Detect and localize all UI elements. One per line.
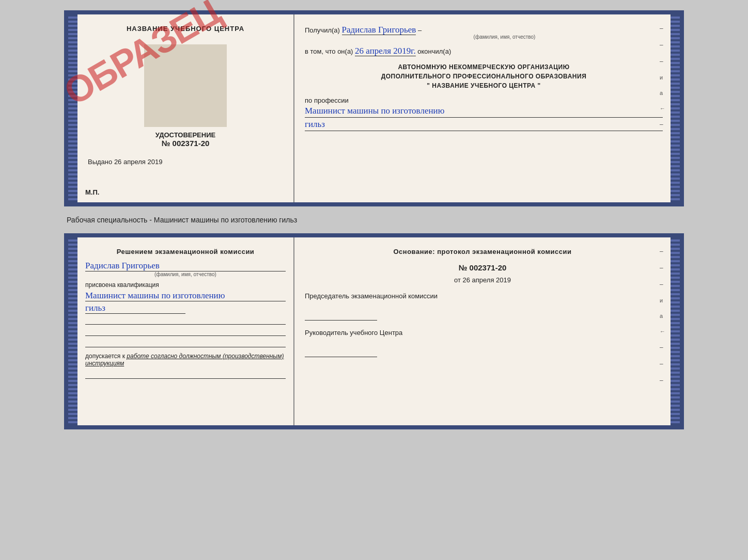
prisvoena-label: присвоена квалификация <box>85 281 286 289</box>
blank-line-1 <box>85 315 286 325</box>
profession-handwritten-2: гильз <box>305 119 663 131</box>
dash-4: и <box>660 74 665 81</box>
vtom-label: в том, что он(а) <box>305 47 353 55</box>
bottom-doc-right-spine <box>671 237 680 425</box>
komissia-title: Решением экзаменационной комиссии <box>85 248 286 255</box>
udostoverenie-label: УДОСТОВЕРЕНИЕ <box>85 131 286 139</box>
dash-7: – <box>660 121 665 128</box>
vtom-row: в том, что он(а) 26 апреля 2019г. окончи… <box>305 46 663 56</box>
qualification-line-1: Машинист машины по изготовлению <box>85 291 286 301</box>
bottom-doc-right: Основание: протокол экзаменационной коми… <box>294 237 671 425</box>
top-doc-left: НАЗВАНИЕ УЧЕБНОГО ЦЕНТРА ОБРАЗЕЦ УДОСТОВ… <box>77 14 294 202</box>
dash-1: – <box>660 25 665 32</box>
vydano-label: Выдано <box>88 158 112 166</box>
photo-area <box>144 44 227 127</box>
recipient-name: Радислав Григорьев <box>342 25 416 35</box>
top-document: НАЗВАНИЕ УЧЕБНОГО ЦЕНТРА ОБРАЗЕЦ УДОСТОВ… <box>64 10 684 206</box>
profession-handwritten-1: Машинист машины по изготовлению <box>305 106 663 118</box>
bdash-8: – <box>660 360 665 367</box>
okonchil-label: окончил(а) <box>417 47 451 55</box>
bdash-2: – <box>660 264 665 271</box>
org-block: АВТОНОМНУЮ НЕКОММЕРЧЕСКУЮ ОРГАНИЗАЦИЮ ДО… <box>305 62 663 90</box>
dopuskaetsya-block: допускается к работе согласно должностны… <box>85 353 286 367</box>
spacer2: – <box>418 26 422 34</box>
qualification-line-2: гильз <box>85 303 185 314</box>
dash-5: а <box>660 90 665 96</box>
bdash-6: ← <box>660 328 665 334</box>
ot-date: 26 апреля 2019 <box>463 276 511 284</box>
predsedatel-block: Председатель экзаменационной комиссии <box>305 292 660 321</box>
po-professii-label: по профессии <box>305 97 349 104</box>
top-doc-right: Получил(а) Радислав Григорьев – (фамилия… <box>294 14 671 202</box>
predsedatel-label: Председатель экзаменационной комиссии <box>305 292 660 301</box>
rukovoditel-block: Руководитель учебного Центра <box>305 328 660 357</box>
ot-line: от 26 апреля 2019 <box>305 276 660 284</box>
right-dashes: – – – и а ← – <box>660 25 665 128</box>
dash-2: – <box>660 41 665 49</box>
profession-block: по профессии Машинист машины по изготовл… <box>305 97 663 131</box>
bottom-name-sub: (фамилия, имя, отчество) <box>85 271 286 277</box>
predsedatel-sig-line <box>305 311 377 321</box>
bdash-4: и <box>660 297 665 303</box>
completion-date: 26 апреля 2019г. <box>355 46 416 56</box>
bdash-9: – <box>660 377 665 384</box>
separator-text: Рабочая специальность - Машинист машины … <box>64 212 684 228</box>
ot-label: от <box>454 276 461 284</box>
blank-line-4 <box>85 370 286 379</box>
bottom-right-dashes: – – – и а ← – – – <box>660 248 665 384</box>
blank-line-2 <box>85 327 286 336</box>
org-line2: ДОПОЛНИТЕЛЬНОГО ПРОФЕССИОНАЛЬНОГО ОБРАЗО… <box>305 72 663 81</box>
dash-3: – <box>660 58 665 65</box>
poluchil-row: Получил(а) Радислав Григорьев – (фамилия… <box>305 25 663 40</box>
dash-6: ← <box>660 105 665 111</box>
bottom-document: Решением экзаменационной комиссии Радисл… <box>64 233 684 429</box>
dopuskaetsya-label: допускается к <box>85 353 125 360</box>
bdash-1: – <box>660 248 665 255</box>
bottom-recipient-name: Радислав Григорьев <box>85 261 286 271</box>
rukovoditel-label: Руководитель учебного Центра <box>305 328 660 338</box>
poluchil-label: Получил(а) <box>305 26 340 34</box>
org-line1: АВТОНОМНУЮ НЕКОММЕРЧЕСКУЮ ОРГАНИЗАЦИЮ <box>305 62 663 72</box>
bdash-7: – <box>660 344 665 351</box>
vydano-line: Выдано 26 апреля 2019 <box>85 158 286 166</box>
protocol-number: № 002371-20 <box>305 263 660 272</box>
blank-line-3 <box>85 338 286 347</box>
udostoverenie-block: УДОСТОВЕРЕНИЕ № 002371-20 <box>85 131 286 148</box>
rukovoditel-sig-line <box>305 348 377 357</box>
vydano-date: 26 апреля 2019 <box>114 158 163 166</box>
top-doc-spine <box>68 14 77 202</box>
mp-line: М.П. <box>85 188 99 196</box>
bdash-3: – <box>660 281 665 288</box>
bottom-doc-left: Решением экзаменационной комиссии Радисл… <box>77 237 294 425</box>
top-left-title: НАЗВАНИЕ УЧЕБНОГО ЦЕНТРА <box>127 25 244 33</box>
bottom-doc-spine <box>68 237 77 425</box>
org-line3: " НАЗВАНИЕ УЧЕБНОГО ЦЕНТРА " <box>305 81 663 90</box>
page-container: НАЗВАНИЕ УЧЕБНОГО ЦЕНТРА ОБРАЗЕЦ УДОСТОВ… <box>10 10 738 429</box>
top-doc-right-spine <box>671 14 680 202</box>
osnovanie-title: Основание: протокол экзаменационной коми… <box>305 248 660 255</box>
udostoverenie-number: № 002371-20 <box>85 139 286 148</box>
bdash-5: а <box>660 313 665 319</box>
